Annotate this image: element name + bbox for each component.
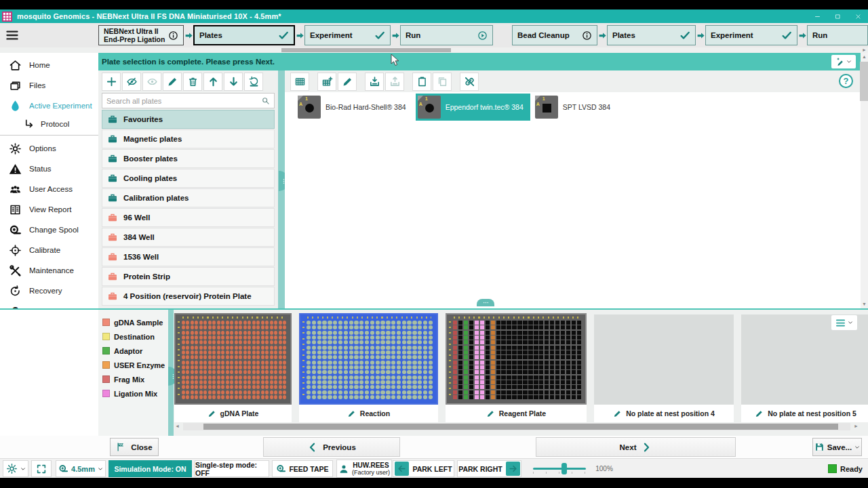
plate-visual-reaction[interactable] — [299, 313, 438, 405]
help-button[interactable]: ? — [839, 74, 853, 88]
sidebar-item-view-report[interactable]: View Report — [0, 199, 98, 220]
scroll-down-icon[interactable]: ▼ — [862, 302, 867, 307]
zoom-slider[interactable] — [533, 468, 586, 470]
category-calibration-plates[interactable]: Calibration plates — [102, 188, 275, 207]
user-button[interactable]: HUW.REES (Factory user) — [336, 460, 392, 478]
close-window-button[interactable] — [848, 9, 868, 23]
sidebar-item-home[interactable]: Home — [0, 55, 98, 75]
spool-size-select[interactable]: 4.5mm — [56, 460, 106, 477]
sidebar-item-options[interactable]: Options — [0, 138, 98, 159]
plate-edit-copy-button — [433, 73, 452, 91]
plate-list-arrow-down-button[interactable] — [224, 73, 243, 91]
workflow-step-run[interactable]: Run — [400, 25, 493, 45]
horizontal-grip-handle[interactable] — [477, 299, 494, 306]
sidebar-item-calibrate[interactable]: Calibrate — [0, 240, 98, 260]
category-label: 4 Position (reservoir) Protein Plate — [123, 292, 252, 300]
workflow-step-bead-cleanup[interactable]: Bead Cleanup — [512, 25, 597, 45]
fullscreen-button[interactable] — [31, 460, 52, 477]
deck-menu-button[interactable] — [831, 315, 857, 330]
plate-edit-unlink-button[interactable] — [460, 73, 479, 91]
plate-list-eye-off-button[interactable] — [122, 73, 141, 91]
sidebar-item-files[interactable]: Files — [0, 75, 98, 96]
scroll-right-icon[interactable]: ► — [862, 47, 867, 53]
plate-list-trash-button[interactable] — [183, 73, 202, 91]
sidebar-item-change-spool[interactable]: Change Spool — [0, 220, 98, 240]
sidebar-item-user-access[interactable]: User Access — [0, 179, 98, 199]
category-1536-well[interactable]: 1536 Well — [102, 247, 275, 266]
close-button[interactable]: Close — [110, 438, 159, 456]
category-96-well[interactable]: 96 Well — [102, 208, 275, 227]
plate-edit-grid-button[interactable] — [290, 73, 309, 91]
sidebar-item-active-experiment[interactable]: Active Experiment — [0, 96, 98, 116]
scroll-left-icon[interactable]: ◄ — [175, 424, 180, 429]
plate-list-arrow-up-button[interactable] — [203, 73, 222, 91]
category-favourites[interactable]: Favourites — [102, 110, 275, 129]
search-box[interactable] — [102, 93, 275, 108]
scrollbar-thumb[interactable] — [281, 48, 451, 52]
single-step-mode-toggle[interactable]: Single-step mode: OFF — [195, 460, 269, 477]
next-button[interactable]: Next — [536, 437, 736, 457]
maximize-icon — [835, 14, 841, 20]
deck-divider[interactable] — [168, 310, 174, 436]
plate-list-reset-button[interactable] — [244, 73, 263, 91]
plate-list-plus-button[interactable] — [102, 73, 121, 91]
park-left-button[interactable]: PARK LEFT — [393, 460, 454, 477]
search-input[interactable] — [106, 97, 261, 105]
hamburger-menu-icon[interactable] — [5, 28, 19, 42]
feed-tape-button[interactable]: FEED TAPE — [272, 460, 333, 477]
category-cooling-plates[interactable]: Cooling plates — [102, 169, 275, 188]
category-384-well[interactable]: 384 Well — [102, 228, 275, 247]
sidebar-item-maintenance[interactable]: Maintenance — [0, 260, 98, 281]
park-right-button[interactable]: PARK RIGHT — [457, 460, 521, 477]
warning-icon — [9, 163, 22, 176]
plate-selection-panel: ? A1Bio-Rad Hard-Shell® 384A1Eppendorf t… — [285, 70, 868, 308]
save-button[interactable]: Save... — [812, 438, 862, 456]
scroll-up-icon[interactable]: ▲ — [862, 54, 867, 60]
well-grid — [300, 314, 437, 403]
workflow-step-experiment[interactable]: Experiment — [304, 25, 391, 45]
plate-type-spt-lvsd-384[interactable]: A1SPT LVSD 384 — [533, 94, 617, 121]
category-booster-plates[interactable]: Booster plates — [102, 149, 275, 168]
minimize-button[interactable] — [807, 9, 827, 23]
previous-button[interactable]: Previous — [263, 437, 400, 457]
scroll-right-icon[interactable]: ► — [854, 424, 859, 429]
plate-edit-download-button[interactable] — [365, 73, 384, 91]
plate-edit-pencil-button[interactable] — [338, 73, 357, 91]
workflow-step-experiment[interactable]: Experiment — [705, 25, 797, 45]
slider-thumb[interactable] — [561, 463, 567, 474]
vertical-scrollbar[interactable]: ▲ ▼ — [861, 53, 868, 308]
scrollbar-thumb[interactable] — [860, 62, 868, 101]
plate-type-eppendorf-twin-tec-384[interactable]: A1Eppendorf twin.tec® 384 — [416, 94, 530, 121]
edit-wand-button[interactable] — [831, 55, 856, 68]
settings-menu-button[interactable] — [3, 460, 28, 477]
plate-edit-grid-plus-button[interactable] — [317, 73, 336, 91]
workflow-step-run[interactable]: Run — [807, 25, 868, 45]
eye-icon — [146, 76, 158, 87]
sidebar-item-status[interactable]: Status — [0, 159, 98, 179]
workflow-step-nebnext-ultra-ii-end-prep-ligation[interactable]: NEBNext Ultra IIEnd-Prep Ligation — [98, 25, 184, 45]
legend-item-ligation-mix: Ligation Mix — [102, 386, 168, 401]
category-label: Magnetic plates — [123, 135, 182, 143]
simulation-mode-toggle[interactable]: Simulation Mode: ON — [108, 460, 192, 477]
maximize-button[interactable] — [827, 9, 848, 23]
files-icon — [9, 79, 22, 92]
category-magnetic-plates[interactable]: Magnetic plates — [102, 129, 275, 148]
workflow-step-plates-selected[interactable]: Plates — [193, 25, 295, 45]
workflow-step-plates[interactable]: Plates — [607, 25, 696, 45]
sidebar-item-protocol[interactable]: Protocol — [0, 116, 98, 132]
plate-label-row: Reagent Plate — [446, 405, 587, 422]
plate-visual-gdna-plate[interactable] — [174, 313, 292, 405]
plate-visual-reagent-plate[interactable] — [446, 313, 587, 405]
scrollbar-thumb[interactable] — [203, 424, 838, 430]
plate-visual-no-plate-at-nest-position-4[interactable] — [594, 314, 734, 405]
workflow-scrollbar[interactable]: ► — [0, 47, 868, 53]
plate-edit-clipboard-button[interactable] — [412, 73, 431, 91]
sidebar-item-recovery[interactable]: Recovery — [0, 281, 98, 301]
plate-type-bio-rad-hard-shell-384[interactable]: A1Bio-Rad Hard-Shell® 384 — [296, 94, 413, 121]
deck-scrollbar[interactable]: ◄ ► — [183, 423, 850, 430]
category-4-position-reservoir-protein-plate[interactable]: 4 Position (reservoir) Protein Plate — [102, 287, 275, 306]
category-protein-strip[interactable]: Protein Strip — [102, 267, 275, 286]
plate-list-pencil-button[interactable] — [163, 73, 182, 91]
panel-divider[interactable] — [278, 70, 285, 308]
legend-item-user-enzyme: USER Enzyme — [102, 358, 168, 372]
